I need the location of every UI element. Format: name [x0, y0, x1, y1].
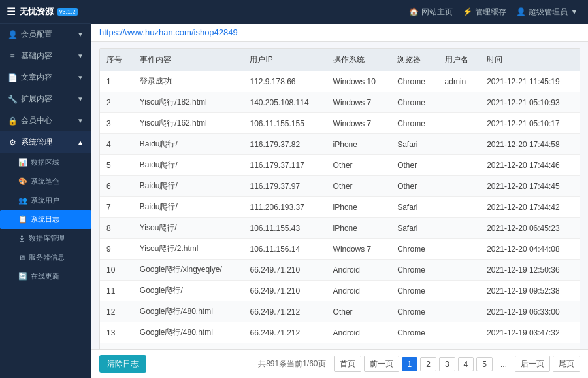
cell-5-6: 2021-12-20 17:44:45	[480, 176, 580, 197]
color-icon: 🎨	[18, 177, 27, 186]
first-page-button[interactable]: 首页	[334, 356, 361, 372]
sidebar: ☰ 无忧资源 v3.1.2 👤 会员配置 ▼ ≡ 基础内容 ▼ 📄 文章内容 ▼…	[0, 0, 91, 378]
page-1-button[interactable]: 1	[402, 357, 418, 371]
cell-13-5	[438, 343, 481, 350]
sidebar-label-system: 系统管理	[21, 137, 52, 148]
home-label: 网站主页	[421, 7, 453, 18]
expand-icon: 🔧	[8, 95, 17, 104]
page-3-button[interactable]: 3	[439, 357, 455, 371]
sidebar-item-expand-content[interactable]: 🔧 扩展内容 ▼	[0, 88, 91, 110]
cell-9-3: Android	[327, 260, 391, 281]
table-row: 2Yisou爬行/182.html140.205.108.114Windows …	[100, 92, 580, 113]
col-ip: 用户IP	[243, 49, 326, 71]
sidebar-label-member-config: 会员配置	[21, 29, 52, 40]
home-link[interactable]: 🏠 网站主页	[409, 7, 453, 18]
sidebar-item-system-color[interactable]: 🎨 系统笔色	[0, 172, 91, 191]
cell-5-4: Other	[391, 176, 438, 197]
table-header-row: 序号 事件内容 用户IP 操作系统 浏览器 用户名 时间	[100, 49, 580, 71]
sidebar-item-data-region[interactable]: 📊 数据区域	[0, 153, 91, 172]
user-icon: 👥	[18, 196, 27, 205]
cell-2-6: 2021-12-21 05:10:17	[480, 113, 580, 134]
sidebar-label-text: 文章内容	[21, 72, 52, 83]
sidebar-label-db: 数据库管理	[29, 233, 65, 243]
last-page-button[interactable]: 尾页	[553, 356, 580, 372]
sidebar-item-data-manage[interactable]: 🗄 数据库管理	[0, 229, 91, 248]
cell-2-1: Yisou爬行/162.html	[133, 113, 244, 134]
table-row: 1登录成功!112.9.178.66Windows 10Chromeadmin2…	[100, 71, 580, 92]
sidebar-item-member-config[interactable]: 👤 会员配置 ▼	[0, 24, 91, 45]
table-row: 14Yisou爬行/26.html106.11.155.49Windows 7C…	[100, 343, 580, 350]
prev-page-button[interactable]: 前一页	[364, 356, 399, 372]
lock-icon: 🔒	[8, 116, 17, 126]
sidebar-item-basic-content[interactable]: ≡ 基础内容 ▼	[0, 45, 91, 67]
cell-5-5	[438, 176, 481, 197]
cell-8-1: Yisou爬行/2.html	[133, 239, 244, 260]
data-region-icon: 📊	[18, 158, 27, 167]
log-table: 序号 事件内容 用户IP 操作系统 浏览器 用户名 时间 1登录成功!112.9…	[100, 49, 580, 349]
sidebar-label-user: 系统用户	[31, 196, 59, 205]
cell-10-1: Google爬行/	[133, 281, 244, 301]
arrow-icon2: ▼	[77, 52, 84, 60]
pagination: 共891条当前1/60页 首页 前一页 1 2 3 4 5 ... 后一页 尾页	[258, 356, 580, 372]
cell-13-6: 2021-12-19 05:37:06	[480, 343, 580, 350]
page-4-button[interactable]: 4	[458, 357, 474, 371]
admin-link[interactable]: 👤 超级管理员 ▼	[516, 7, 578, 18]
sidebar-label-expand: 扩展内容	[21, 94, 52, 105]
table-row: 3Yisou爬行/162.html106.11.155.155Windows 7…	[100, 113, 580, 134]
arrow-icon4: ▼	[77, 95, 84, 103]
sidebar-item-system-log[interactable]: 📋 系统日志	[0, 210, 91, 229]
table-row: 13Google爬行/480.html66.249.71.212AndroidC…	[100, 322, 580, 343]
manager-link[interactable]: ⚡ 管理缓存	[463, 7, 506, 18]
cell-8-4: Chrome	[391, 239, 438, 260]
cell-12-3: Android	[327, 322, 391, 343]
sidebar-item-online-update[interactable]: 🔄 在线更新	[0, 267, 91, 286]
sidebar-label-color: 系统笔色	[31, 177, 59, 186]
page-2-button[interactable]: 2	[420, 357, 436, 371]
cell-1-2: 140.205.108.114	[243, 92, 326, 113]
table-row: 7Baidu爬行/111.206.193.37iPhoneSafari2021-…	[100, 197, 580, 218]
cell-3-1: Baidu爬行/	[133, 134, 244, 155]
admin-icon: 👤	[516, 7, 526, 16]
col-user: 用户名	[438, 49, 481, 71]
content-area: 序号 事件内容 用户IP 操作系统 浏览器 用户名 时间 1登录成功!112.9…	[91, 42, 588, 349]
cell-11-3: Other	[327, 301, 391, 322]
menu-toggle-icon[interactable]: ☰	[7, 5, 16, 18]
sidebar-label-update: 在线更新	[31, 271, 59, 281]
cell-5-2: 116.179.37.97	[243, 176, 326, 197]
arrow-icon: ▼	[77, 31, 84, 38]
cell-10-0: 11	[100, 281, 133, 301]
admin-label: 超级管理员	[529, 7, 568, 18]
log-table-container: 序号 事件内容 用户IP 操作系统 浏览器 用户名 时间 1登录成功!112.9…	[99, 48, 580, 349]
sidebar-item-text-content[interactable]: 📄 文章内容 ▼	[0, 67, 91, 88]
cell-1-0: 2	[100, 92, 133, 113]
cell-3-0: 4	[100, 134, 133, 155]
cell-9-5	[438, 260, 481, 281]
cell-4-1: Baidu爬行/	[133, 155, 244, 176]
admin-arrow-icon: ▼	[570, 7, 578, 16]
cell-8-5	[438, 239, 481, 260]
cell-0-5: admin	[438, 71, 481, 92]
cell-7-6: 2021-12-20 06:45:23	[480, 218, 580, 239]
page-5-button[interactable]: 5	[476, 357, 493, 371]
sidebar-label-data-region: 数据区域	[31, 158, 59, 167]
manager-label: 管理缓存	[475, 7, 506, 18]
sidebar-item-server-info[interactable]: 🖥 服务器信息	[0, 248, 91, 267]
cell-11-6: 2021-12-19 06:33:00	[480, 301, 580, 322]
cell-4-0: 5	[100, 155, 133, 176]
cell-0-6: 2021-12-21 11:45:19	[480, 71, 580, 92]
cell-3-4: Safari	[391, 134, 438, 155]
system-icon: ⚙	[8, 138, 17, 147]
cell-7-3: iPhone	[327, 218, 391, 239]
sidebar-item-system-manage[interactable]: ⚙ 系统管理 ▲	[0, 131, 91, 153]
topbar-right: 🏠 网站主页 ⚡ 管理缓存 👤 超级管理员 ▼	[409, 7, 578, 18]
next-page-button[interactable]: 后一页	[515, 356, 550, 372]
sidebar-label-basic: 基础内容	[21, 50, 52, 61]
table-row: 9Yisou爬行/2.html106.11.156.14Windows 7Chr…	[100, 239, 580, 260]
cell-6-4: Safari	[391, 197, 438, 218]
pagination-info: 共891条当前1/60页	[258, 358, 325, 369]
sidebar-item-member-center[interactable]: 🔒 会员中心 ▼	[0, 110, 91, 131]
cell-8-2: 106.11.156.14	[243, 239, 326, 260]
sidebar-item-system-user[interactable]: 👥 系统用户	[0, 191, 91, 210]
cell-1-3: Windows 7	[327, 92, 391, 113]
clear-log-button[interactable]: 清除日志	[99, 355, 146, 373]
